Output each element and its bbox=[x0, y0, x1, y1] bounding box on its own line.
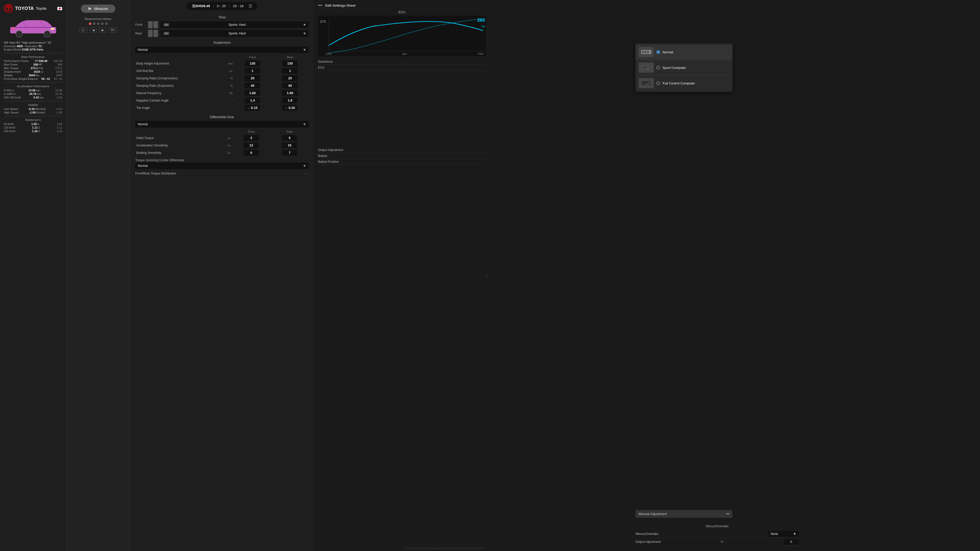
damping-exp-label: Damping Ratio (Expansion) bbox=[135, 82, 220, 89]
accel-sens-front[interactable]: 12 bbox=[232, 141, 270, 149]
diff-col-label-header bbox=[135, 129, 221, 134]
toe-row: Toe Angle ° ↕↕ 0.15 ↕↕ 0.20 bbox=[135, 104, 309, 111]
torque-label: Max Torque bbox=[4, 67, 18, 70]
a100150-row: 100-150 km/h 5.43sec. 5.43 bbox=[4, 96, 62, 99]
accel-sens-unit: Lv. bbox=[221, 141, 232, 149]
more-options-button[interactable]: ••• bbox=[318, 3, 322, 8]
downforce-label: Downforce bbox=[318, 60, 332, 64]
history-dot-4 bbox=[101, 22, 103, 25]
displacement-label: Displacement bbox=[4, 70, 21, 73]
body-height-front[interactable]: 130 bbox=[234, 60, 271, 67]
braking-sens-unit: Lv. bbox=[221, 149, 232, 156]
top-bar-points: 元SH509.49 bbox=[192, 4, 210, 8]
r120-label: 120 km/h bbox=[4, 126, 15, 129]
toe-label: Toe Angle bbox=[135, 104, 220, 111]
a0400-label: 0-400 m bbox=[4, 89, 14, 92]
r240-label: 240 km/h bbox=[4, 130, 15, 133]
brand-name: TOYOTA bbox=[15, 6, 34, 11]
neg-camber-unit: ° bbox=[220, 97, 234, 104]
damping-comp-label: Damping Ratio (Compression) bbox=[135, 75, 220, 82]
nav-r1-button[interactable]: R1 bbox=[109, 27, 117, 33]
damping-exp-rear[interactable]: 40 bbox=[271, 82, 309, 89]
a01000-compare: 24.78 bbox=[55, 92, 62, 95]
tvcd-dropdown[interactable]: Normal ▼ bbox=[135, 162, 309, 169]
history-dot-1 bbox=[89, 22, 91, 25]
body-height-rear[interactable]: 130 bbox=[271, 60, 309, 67]
top-bar-menu-button[interactable]: ☰ bbox=[248, 3, 252, 8]
a01000-label: 0-1000 m bbox=[4, 92, 16, 95]
damping-exp-unit: % bbox=[220, 82, 234, 89]
front-tire-graphic bbox=[148, 21, 158, 28]
front-tire-dropdown[interactable]: SH Sports: Hard ▼ bbox=[161, 21, 309, 28]
nav-l1-button[interactable]: L1 bbox=[79, 27, 87, 33]
differential-type-dropdown[interactable]: Normal ▼ bbox=[135, 121, 309, 127]
pp-label: Performance Points bbox=[4, 59, 29, 62]
initial-torque-front[interactable]: 3 bbox=[232, 134, 270, 141]
a01000-row: 0-1000 m 24.78sec. 24.78 bbox=[4, 92, 62, 95]
damping-exp-front[interactable]: 40 bbox=[234, 82, 271, 89]
low-speed-compare: -0.16 bbox=[56, 107, 62, 110]
rear-tire-dropdown[interactable]: SH Sports: Hard ▼ bbox=[161, 30, 309, 37]
low-speed-value: -0.16(Neutral) bbox=[28, 107, 45, 110]
accel-sens-label: Acceleration Sensitivity bbox=[135, 141, 221, 149]
chart-rpm-labels: 1200 rpm 7400 bbox=[326, 52, 484, 56]
rear-tire-arrow-icon: ▼ bbox=[303, 32, 306, 35]
r120-row: 120 km/h 1.11G 1.11 bbox=[4, 126, 62, 129]
initial-torque-label: Initial Torque bbox=[135, 134, 221, 141]
tvcd-section: Torque-Vectoring Center Differential Nor… bbox=[135, 159, 309, 176]
nat-freq-rear[interactable]: 1.60 bbox=[271, 89, 309, 97]
svg-point-8 bbox=[46, 32, 49, 35]
history-dots bbox=[89, 22, 108, 25]
car-engine: Engine Model G16E-GTS-Yaris bbox=[4, 48, 62, 51]
col-label-header bbox=[135, 55, 220, 60]
displacement-row: Displacement 1618cc 1618 bbox=[4, 70, 62, 73]
ballast-pos-label: Ballast Position bbox=[318, 160, 339, 164]
base-performance-title: Base Performance bbox=[4, 56, 62, 59]
suspension-type-dropdown[interactable]: Normal ▼ bbox=[135, 46, 309, 53]
initial-torque-rear[interactable]: 5 bbox=[270, 134, 309, 141]
car-silhouette-icon bbox=[8, 18, 59, 37]
accel-sens-rear[interactable]: 15 bbox=[270, 141, 309, 149]
toe-front-icon: ↕↕ bbox=[248, 106, 250, 110]
balance-row: Front-Rear Weight Balance 59 : 41 59 : 4… bbox=[4, 77, 62, 80]
output-adj-row: Output Adjustment bbox=[318, 147, 486, 153]
r120-compare: 1.11 bbox=[57, 126, 62, 129]
nat-freq-front[interactable]: 1.60 bbox=[234, 89, 271, 97]
chevron-right-icon[interactable]: › bbox=[486, 273, 487, 276]
right-top-bar: ••• Edit Settings Sheet bbox=[318, 3, 486, 8]
rear-tire-label: Rear bbox=[135, 32, 145, 35]
damping-comp-front[interactable]: 20 bbox=[234, 75, 271, 82]
diff-col-rear-header: Rear bbox=[270, 129, 309, 134]
initial-torque-row: Initial Torque Lv. 3 5 bbox=[135, 134, 309, 141]
a0400-row: 0-400 m 13.56sec. 13.56 bbox=[4, 89, 62, 92]
tvcd-label: Torque-Vectoring Center Differential bbox=[135, 159, 184, 162]
nav-next-button[interactable]: ▶ bbox=[99, 27, 106, 33]
braking-sens-rear[interactable]: 7 bbox=[270, 149, 309, 156]
anti-roll-row: Anti-Roll Bar Lv. 1 1 bbox=[135, 67, 309, 75]
nav-prev-button[interactable]: ◀ bbox=[90, 27, 97, 33]
toyota-logo-icon bbox=[4, 4, 13, 13]
downforce-row: Downforce bbox=[318, 59, 486, 65]
braking-sens-front[interactable]: 6 bbox=[232, 149, 270, 156]
r60-value: 1.05G bbox=[32, 122, 39, 125]
fr-dist-row: Front/Rear Torque Distribution - : - bbox=[135, 171, 309, 176]
weight-compare: 2844 bbox=[56, 74, 62, 77]
measure-button[interactable]: Measure bbox=[81, 5, 115, 13]
neg-camber-front[interactable]: 1.4 bbox=[234, 97, 271, 104]
top-bar-range1: 0－20 bbox=[217, 4, 226, 8]
front-tire-label: Front bbox=[135, 23, 145, 27]
toe-rear[interactable]: ↕↕ 0.20 bbox=[271, 104, 309, 111]
toe-front[interactable]: ↕↕ 0.15 bbox=[234, 104, 271, 111]
body-height-unit: mm bbox=[220, 60, 234, 67]
power-label: Max Power bbox=[4, 63, 18, 66]
anti-roll-rear[interactable]: 1 bbox=[271, 67, 309, 75]
neg-camber-rear[interactable]: 1.9 bbox=[271, 97, 309, 104]
chart-hp-value: 268 bbox=[477, 17, 485, 23]
ecu-chart: 268 273 hp 1200 rpm 7400 bbox=[318, 16, 486, 56]
power-row: Max Power 268HP 268 bbox=[4, 63, 62, 66]
damping-exp-row: Damping Ratio (Expansion) % 40 40 bbox=[135, 82, 309, 89]
tire-front-row: Front SH Sports: Hard ▼ bbox=[135, 21, 309, 28]
r60-row: 60 km/h 1.05G 1.05 bbox=[4, 122, 62, 125]
anti-roll-front[interactable]: 1 bbox=[234, 67, 271, 75]
damping-comp-rear[interactable]: 20 bbox=[271, 75, 309, 82]
